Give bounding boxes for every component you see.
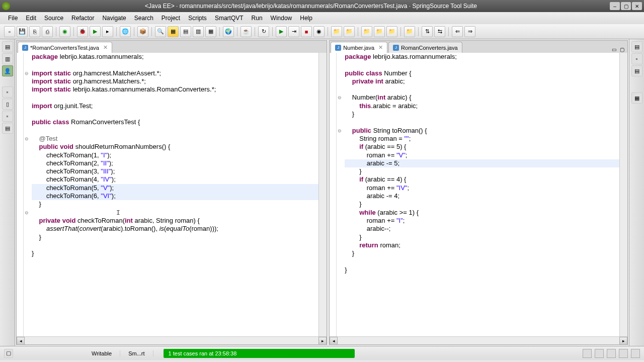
back-icon[interactable]: ⇐ (452, 26, 463, 37)
java-file-icon (393, 45, 399, 51)
java-icon[interactable]: ☕ (240, 26, 252, 37)
folder5-icon[interactable]: 📁 (386, 26, 397, 37)
menu-project[interactable]: Project (157, 13, 184, 23)
stop-icon[interactable]: ■ (301, 26, 312, 37)
gutter (17, 53, 24, 336)
code-editor-left[interactable]: package lebrijo.katas.romannumerals; imp… (30, 53, 318, 336)
tab-romanconverters[interactable]: RomanConverters.java (388, 42, 462, 53)
folder6-icon[interactable]: 📁 (404, 26, 415, 37)
statusbar: ▢ Writable Sm...rt 1 test cases ran at 2… (0, 346, 644, 360)
view-r2-icon[interactable]: ▫ (631, 53, 642, 64)
status-btn3-icon[interactable] (607, 349, 616, 358)
menu-navigate[interactable]: Navigate (98, 13, 130, 23)
status-writable: Writable (84, 350, 120, 356)
status-btn4-icon[interactable] (619, 349, 628, 358)
scrollbar-horizontal[interactable]: ◂▸ (330, 336, 627, 344)
search-icon[interactable]: 🔍 (155, 26, 166, 37)
run-icon[interactable]: ▶ (90, 26, 101, 37)
view-r3-icon[interactable]: ▤ (631, 65, 642, 76)
close-icon[interactable]: ✕ (378, 44, 383, 51)
view5-icon[interactable]: ▯ (2, 99, 13, 110)
tab-label: Number.java (343, 45, 374, 51)
folder3-icon[interactable]: 📁 (361, 26, 372, 37)
save-all-icon[interactable]: ⎘ (29, 26, 40, 37)
test-result-bar: 1 test cases ran at 23:58:38 (164, 349, 355, 358)
menu-source[interactable]: Source (40, 13, 67, 23)
tab-label: *RomanConvertersTest.java (30, 45, 99, 51)
app-icon (2, 2, 10, 10)
sync-icon[interactable]: ↻ (258, 26, 269, 37)
java-file-icon (22, 45, 28, 51)
task-icon[interactable]: ▥ (193, 26, 204, 37)
maximize-view-icon[interactable]: ▢ (618, 46, 625, 53)
forward-icon[interactable]: ⇒ (464, 26, 475, 37)
menu-smartqvt[interactable]: SmartQVT (211, 13, 248, 23)
view3-icon[interactable]: 👤 (2, 65, 13, 76)
maximize-button[interactable]: ▢ (621, 2, 631, 10)
toggle-icon[interactable]: ▤ (180, 26, 191, 37)
status-icon[interactable]: ▢ (4, 349, 13, 358)
close-icon[interactable]: ✕ (103, 44, 108, 51)
menu-help[interactable]: Help (296, 13, 316, 23)
folder1-icon[interactable]: 📁 (331, 26, 342, 37)
scrollbar-vertical[interactable] (619, 53, 627, 336)
code-editor-right[interactable]: package lebrijo.katas.romannumerals; pub… (343, 53, 619, 336)
menubar: File Edit Source Refactor Navigate Searc… (0, 12, 644, 24)
tab-bar-right: Number.java ✕ RomanConverters.java ▭ ▢ (330, 41, 627, 53)
fold-gutter: ⊖ ⊖ (337, 53, 343, 336)
status-btn5-icon[interactable] (631, 349, 640, 358)
run-ext-icon[interactable]: ▸ (102, 26, 113, 37)
titlebar: <Java EE> · romannumerals/src/test/java/… (0, 0, 644, 12)
status-btn2-icon[interactable] (595, 349, 604, 358)
view1-icon[interactable]: ▤ (2, 41, 13, 52)
scrollbar-horizontal[interactable]: ◂▸ (17, 336, 327, 344)
window-title: <Java EE> · romannumerals/src/test/java/… (13, 3, 609, 10)
view-r4-icon[interactable]: ▦ (631, 93, 642, 104)
view7-icon[interactable]: ▤ (2, 123, 13, 134)
terminate-icon[interactable]: ◉ (313, 26, 325, 37)
highlight-icon[interactable]: ▦ (168, 26, 179, 37)
editor-right: Number.java ✕ RomanConverters.java ▭ ▢ ⊖ (329, 40, 628, 345)
menu-window[interactable]: Window (267, 13, 296, 23)
right-sidebar: ▤ ▫ ▤ ▦ (629, 39, 644, 346)
view6-icon[interactable]: ▫ (2, 111, 13, 122)
menu-search[interactable]: Search (130, 13, 157, 23)
minimize-button[interactable]: – (610, 2, 620, 10)
menu-refactor[interactable]: Refactor (67, 13, 98, 23)
stack-icon[interactable]: ▦ (205, 26, 216, 37)
tab-bar-left: *RomanConvertersTest.java ✕ (17, 41, 327, 53)
scrollbar-vertical[interactable] (318, 53, 327, 336)
web-icon[interactable]: 🌍 (223, 26, 234, 37)
menu-scripts[interactable]: Scripts (184, 13, 211, 23)
step-icon[interactable]: ⇥ (288, 26, 299, 37)
fold-gutter: ⊖ ⊖ ⊖ (24, 53, 30, 336)
view2-icon[interactable]: ▥ (2, 53, 13, 64)
globe-icon[interactable]: 🌐 (120, 26, 131, 37)
folder2-icon[interactable]: 📁 (344, 26, 355, 37)
nav-icon[interactable]: ⇅ (422, 26, 433, 37)
menu-edit[interactable]: Edit (22, 13, 40, 23)
outline-icon[interactable]: ▤ (631, 41, 642, 52)
java-file-icon (335, 45, 341, 51)
resume-icon[interactable]: ▶ (276, 26, 287, 37)
save-icon[interactable]: 💾 (17, 26, 28, 37)
minimize-view-icon[interactable]: ▭ (610, 46, 617, 53)
debug-icon[interactable]: 🐞 (77, 26, 88, 37)
tab-romanconverterstest[interactable]: *RomanConvertersTest.java ✕ (18, 42, 112, 53)
menu-file[interactable]: File (4, 13, 22, 23)
status-insert-mode: Sm...rt (120, 350, 153, 356)
new-package-icon[interactable]: 📦 (137, 26, 148, 37)
nav2-icon[interactable]: ⇆ (434, 26, 445, 37)
left-sidebar: ▤ ▥ 👤 ▫ ▯ ▫ ▤ (0, 39, 15, 346)
folder4-icon[interactable]: 📁 (374, 26, 385, 37)
view4-icon[interactable]: ▫ (2, 86, 13, 98)
build-icon[interactable]: ◉ (59, 26, 70, 37)
new-icon[interactable]: ▫ (4, 26, 15, 37)
status-btn1-icon[interactable] (583, 349, 592, 358)
gutter (330, 53, 337, 336)
tab-number[interactable]: Number.java ✕ (331, 42, 387, 53)
close-button[interactable]: ✕ (632, 2, 642, 10)
tab-label: RomanConverters.java (401, 45, 458, 51)
print-icon[interactable]: ⎙ (42, 26, 53, 37)
menu-run[interactable]: Run (248, 13, 267, 23)
